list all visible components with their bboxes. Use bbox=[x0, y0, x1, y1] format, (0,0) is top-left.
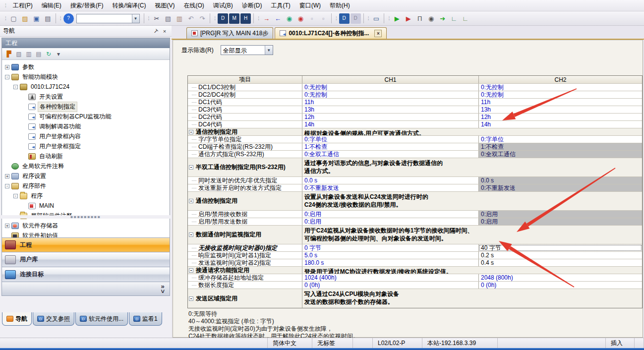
collapse-icon[interactable]: - bbox=[189, 165, 193, 170]
pin-icon[interactable]: T bbox=[152, 27, 160, 35]
device-comment-icon[interactable]: D bbox=[218, 13, 228, 24]
view-expander-button[interactable]: »˅ bbox=[1, 282, 170, 296]
tree-item[interactable]: +程序设置 bbox=[2, 171, 170, 181]
device-test-icon[interactable]: H bbox=[240, 13, 251, 24]
tree-item[interactable]: -0010:LJ71C24 bbox=[2, 82, 170, 92]
monitor-start-icon[interactable]: ▶ bbox=[392, 13, 402, 24]
device-display-icon[interactable]: D bbox=[339, 13, 350, 24]
expand-icon[interactable]: + bbox=[5, 224, 9, 228]
menu-item[interactable]: 调试(B) bbox=[209, 0, 237, 11]
collapse-icon[interactable]: - bbox=[5, 75, 9, 79]
collapse-icon[interactable]: - bbox=[13, 85, 18, 89]
collapse-icon[interactable]: - bbox=[189, 296, 193, 301]
menu-item[interactable]: 编辑(E) bbox=[37, 0, 66, 11]
ch1-value-cell[interactable]: 0:全双工通信 bbox=[302, 151, 479, 158]
ch1-value-cell[interactable]: 13h bbox=[302, 106, 479, 113]
monitor-pulse-icon[interactable]: Π bbox=[414, 13, 425, 24]
ch1-value-cell[interactable]: 0 字节 bbox=[302, 244, 479, 251]
new-data-icon[interactable]: ▛ bbox=[4, 49, 14, 58]
ch1-value-cell[interactable]: 0:启用 bbox=[302, 211, 479, 218]
find-instruction-icon[interactable]: ◉ bbox=[295, 13, 306, 24]
tree-item[interactable]: 全局软元件注释 bbox=[2, 161, 170, 171]
collapse-icon[interactable]: - bbox=[189, 199, 193, 203]
menu-item[interactable]: 工程(P) bbox=[8, 0, 37, 11]
ch2-value-cell[interactable]: 0.4 s bbox=[479, 259, 642, 266]
dock-tab-[interactable]: 软元件使用... bbox=[75, 312, 128, 326]
tree-item[interactable]: +软元件存储器 bbox=[2, 221, 170, 231]
watch-start-icon[interactable]: ◉ bbox=[426, 13, 436, 24]
close-tab-icon[interactable]: × bbox=[374, 30, 382, 37]
display-filter-select[interactable]: 全部显示 ▼ bbox=[221, 45, 273, 55]
toolbar-combobox[interactable]: ▼ bbox=[76, 14, 140, 23]
menu-item[interactable]: 窗口(W) bbox=[295, 0, 325, 11]
find-device-icon[interactable]: ◉ bbox=[284, 13, 294, 24]
menu-item[interactable]: 诊断(D) bbox=[237, 0, 267, 11]
ch2-value-cell[interactable]: 13h bbox=[479, 106, 642, 113]
ch2-value-cell[interactable]: 14h bbox=[479, 121, 642, 128]
ch1-value-cell[interactable]: 0:字单位 bbox=[302, 136, 479, 143]
menu-item[interactable]: 帮助(H) bbox=[325, 0, 354, 11]
ch2-value-cell[interactable]: 0:字单位 bbox=[479, 136, 642, 143]
close-panel-icon[interactable]: × bbox=[161, 27, 169, 35]
ch1-value-cell[interactable]: 5.0 s bbox=[302, 252, 479, 259]
expand-icon[interactable]: + bbox=[5, 65, 9, 69]
menu-item[interactable]: 转换/编译(C) bbox=[108, 0, 150, 11]
monitor-window-icon[interactable]: ▭ bbox=[371, 13, 381, 24]
ch1-value-cell[interactable]: 12h bbox=[302, 114, 479, 120]
view-button-connect[interactable]: 连接目标 bbox=[1, 267, 170, 282]
menu-item[interactable]: 搜索/替换(F) bbox=[66, 0, 108, 11]
dock-tab-[interactable]: 交叉参照 bbox=[33, 312, 74, 326]
ch2-value-cell[interactable]: 0:不重新发送 bbox=[479, 184, 642, 191]
tree-item[interactable]: 自动刷新 bbox=[2, 151, 170, 161]
save-project-icon[interactable]: ▣ bbox=[31, 13, 42, 24]
collapse-icon[interactable]: - bbox=[5, 184, 9, 188]
tree-item[interactable]: -程序 bbox=[2, 191, 170, 201]
ch2-value-cell[interactable]: 0:无控制 bbox=[479, 84, 642, 91]
find-contact-icon[interactable]: ▫ bbox=[307, 13, 317, 24]
tree-item[interactable]: 可编程控制器CPU监视功能 bbox=[2, 112, 170, 121]
collapse-icon[interactable]: - bbox=[189, 268, 193, 273]
tree-item[interactable]: 各种控制指定 bbox=[2, 102, 170, 112]
expand-icon[interactable]: + bbox=[5, 174, 9, 178]
dock-tab-1[interactable]: 监看1 bbox=[129, 312, 162, 326]
ch2-value-cell[interactable]: 0:全双工通信 bbox=[479, 151, 642, 158]
tree-item[interactable]: MAIN bbox=[2, 201, 170, 211]
ch1-value-cell[interactable]: 0.0 s bbox=[302, 177, 479, 184]
ch1-value-cell[interactable]: 0:无控制 bbox=[302, 91, 479, 98]
help-icon[interactable]: ? bbox=[63, 13, 74, 24]
open-project-icon[interactable]: ▨ bbox=[20, 13, 30, 24]
dock-tab-[interactable]: 导航 bbox=[2, 312, 32, 326]
tree-item[interactable]: -智能功能模块 bbox=[2, 72, 170, 82]
ch1-value-cell[interactable]: 0:无控制 bbox=[302, 84, 479, 91]
chevron-down-icon[interactable]: ▼ bbox=[132, 14, 139, 23]
document-tab[interactable]: 0010:LJ71C24[]-各种控制指...× bbox=[275, 27, 387, 39]
paste-icon[interactable]: ▥ bbox=[174, 13, 184, 24]
ch1-value-cell[interactable]: 1:不检查 bbox=[302, 143, 479, 150]
ch1-value-cell[interactable]: 0 (0h) bbox=[302, 282, 479, 289]
ch2-value-cell[interactable]: 40 字节 bbox=[479, 244, 642, 251]
print-icon[interactable]: ▤ bbox=[43, 13, 53, 24]
redo-icon[interactable]: ↷ bbox=[197, 13, 207, 24]
ch2-value-cell[interactable]: 11h bbox=[479, 99, 642, 106]
copy-icon[interactable]: ▧ bbox=[163, 13, 173, 24]
ch2-value-cell[interactable]: 12h bbox=[479, 114, 642, 120]
ch2-value-cell[interactable]: 0:无控制 bbox=[479, 91, 642, 98]
menu-item[interactable]: 在线(O) bbox=[179, 0, 208, 11]
device-display-off-icon[interactable]: D bbox=[351, 13, 361, 24]
find-coil-icon[interactable]: ▫ bbox=[318, 13, 329, 24]
tree-item[interactable]: -程序部件 bbox=[2, 181, 170, 191]
ladder-monitor2-icon[interactable]: ∟ bbox=[460, 13, 470, 24]
paste-data-icon[interactable]: ▥ bbox=[24, 49, 34, 58]
collapse-icon[interactable]: - bbox=[13, 194, 18, 198]
ch2-value-cell[interactable]: 0.2 s bbox=[479, 252, 642, 259]
monitor-stop-icon[interactable]: ▶ bbox=[403, 13, 413, 24]
ch2-value-cell[interactable]: 1:不检查 bbox=[479, 143, 642, 150]
menu-item[interactable]: 视图(V) bbox=[150, 0, 179, 11]
sort-filter-icon[interactable]: ▾ bbox=[54, 49, 63, 58]
ch1-value-cell[interactable]: 11h bbox=[302, 99, 479, 106]
ch1-value-cell[interactable]: 14h bbox=[302, 121, 479, 128]
ch2-value-cell[interactable]: 0 (0h) bbox=[479, 282, 642, 289]
ch2-value-cell[interactable]: 0:启用 bbox=[479, 211, 642, 218]
ladder-monitor-icon[interactable]: ∟ bbox=[449, 13, 459, 24]
view-button-project[interactable]: 工程 bbox=[1, 237, 170, 252]
